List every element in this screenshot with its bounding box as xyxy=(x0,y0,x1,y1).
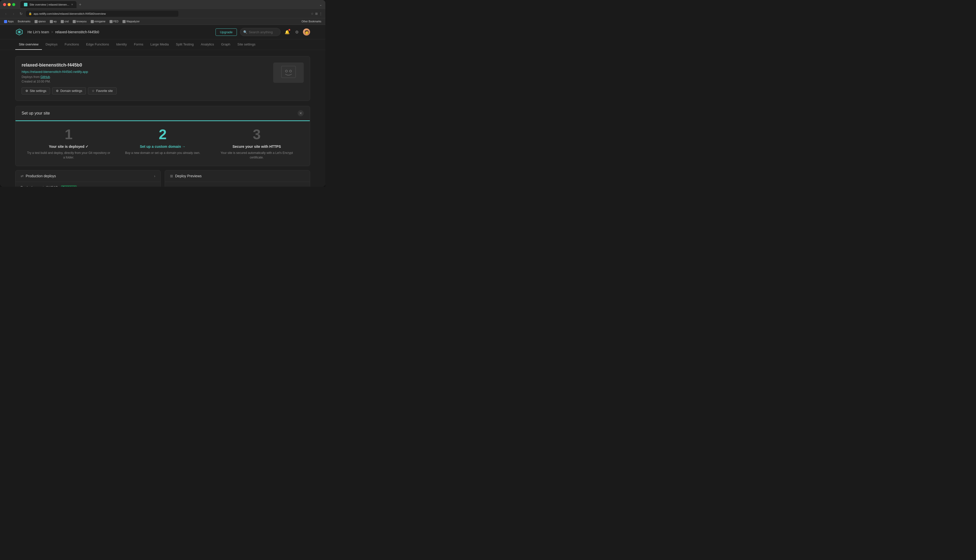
new-tab-button[interactable]: + xyxy=(77,2,83,7)
deploy-previews-icon: ⊞ xyxy=(170,174,173,178)
bookmark-fed-label: FED xyxy=(114,20,119,23)
tab-forms[interactable]: Forms xyxy=(130,39,147,50)
gear-icon: ⚙ xyxy=(295,30,299,35)
favorite-site-button[interactable]: ☆ Favorite site xyxy=(88,87,116,95)
browser-window: Site overview | relaxed-bienen... × + ⌄ … xyxy=(0,0,325,187)
search-bar[interactable]: 🔍 Search anything xyxy=(240,28,281,36)
back-button[interactable]: ‹ xyxy=(3,11,8,17)
tab-close-icon[interactable]: × xyxy=(71,3,73,7)
upgrade-button[interactable]: Upgrade xyxy=(216,28,237,36)
step-2-number: 2 xyxy=(121,127,205,142)
setup-step-2: 2 Set up a custom domain → Buy a new dom… xyxy=(115,127,210,160)
close-button[interactable] xyxy=(3,3,6,6)
active-tab[interactable]: Site overview | relaxed-bienen... × xyxy=(20,1,77,8)
bookmark-fed-icon xyxy=(110,20,113,23)
bookmark-qianxx[interactable]: qianxx xyxy=(33,20,47,23)
site-settings-label: Site settings xyxy=(30,89,46,93)
tab-site-settings[interactable]: Site settings xyxy=(234,39,259,50)
bookmark-wy[interactable]: wy xyxy=(48,20,58,23)
bookmark-icon[interactable]: ☆ xyxy=(311,12,314,15)
title-bar-right: ⌄ xyxy=(319,3,322,7)
step-1-description: Try a test build and deploy, directly fr… xyxy=(27,151,110,160)
github-label: GitHub xyxy=(40,75,50,79)
site-name-breadcrumb[interactable]: relaxed-bienenstitch-f445b0 xyxy=(55,30,99,34)
tab-large-media[interactable]: Large Media xyxy=(147,39,172,50)
bookmark-other-label: Other Bookmarks xyxy=(301,20,321,23)
setup-title: Set up your site xyxy=(22,111,50,115)
settings-button[interactable]: ⚙ xyxy=(293,28,301,35)
site-settings-button[interactable]: ⚙ Site settings xyxy=(22,87,50,95)
tab-identity[interactable]: Identity xyxy=(113,39,130,50)
step-3-title: Secure your site with HTTPS xyxy=(215,145,299,148)
url-bar[interactable]: 🔒 app.netlify.com/sites/relaxed-bienenst… xyxy=(26,11,179,17)
domain-settings-icon: ⚙ xyxy=(56,89,59,93)
deploy-previews-label: Deploy Previews xyxy=(175,174,202,178)
extensions-icon[interactable]: ⊞ xyxy=(315,12,318,15)
security-icon: 🔒 xyxy=(28,12,32,15)
title-bar: Site overview | relaxed-bienen... × + ⌄ xyxy=(0,0,325,9)
setup-step-1: 1 Your site is deployed ✓ Try a test bui… xyxy=(22,127,115,160)
nav-tabs: Site overview Deploys Functions Edge Fun… xyxy=(0,39,325,50)
forward-button[interactable]: › xyxy=(11,11,16,17)
bookmark-wappalyzer[interactable]: Wappalyzer xyxy=(121,20,141,23)
setup-header: Set up your site × xyxy=(15,106,310,121)
bookmark-fed[interactable]: FED xyxy=(108,20,120,23)
deploy-item-title: Production: main@HEAD Published xyxy=(20,185,77,187)
bookmark-knowyou[interactable]: knowyou xyxy=(71,20,88,23)
production-deploys-arrow[interactable]: › xyxy=(154,174,155,178)
menu-icon[interactable]: ⋮ xyxy=(319,12,322,15)
domain-settings-button[interactable]: ⚙ Domain settings xyxy=(52,87,86,95)
bookmark-qianxx-label: qianxx xyxy=(38,20,46,23)
bookmark-wy-icon xyxy=(50,20,53,23)
maximize-button[interactable] xyxy=(12,3,15,6)
deploys-grid: ⇄ Production deploys › Production: main@… xyxy=(15,170,310,187)
bookmark-minigame-label: minigame xyxy=(95,20,105,23)
step-2-title[interactable]: Set up a custom domain → xyxy=(121,145,205,148)
step-1-number: 1 xyxy=(27,127,110,142)
github-link[interactable]: GitHub xyxy=(40,75,50,79)
custom-domain-link[interactable]: Set up a custom domain → xyxy=(140,145,186,148)
setup-section: Set up your site × 1 Your site is deploy… xyxy=(15,106,310,166)
page-content: He Lin's team > relaxed-bienenstitch-f44… xyxy=(0,25,325,187)
favorite-label: Favorite site xyxy=(96,89,113,93)
team-name[interactable]: He Lin's team xyxy=(27,30,49,34)
favorite-icon: ☆ xyxy=(92,89,95,93)
tab-analytics[interactable]: Analytics xyxy=(197,39,217,50)
tabs-bar: Site overview | relaxed-bienen... × + xyxy=(20,1,317,8)
production-deploys-label: Production deploys xyxy=(26,174,56,178)
site-created-at: Created at 10:00 PM. xyxy=(22,80,268,83)
tab-favicon xyxy=(24,3,27,7)
tab-deploys[interactable]: Deploys xyxy=(42,39,61,50)
tab-site-overview[interactable]: Site overview xyxy=(15,39,42,50)
avatar[interactable]: 🧑 xyxy=(303,28,310,35)
tab-edge-functions[interactable]: Edge Functions xyxy=(83,39,113,50)
netlify-logo xyxy=(15,28,23,36)
production-deploys-icon: ⇄ xyxy=(20,174,23,178)
bookmark-other[interactable]: Other Bookmarks xyxy=(300,20,323,23)
setup-close-button[interactable]: × xyxy=(297,110,304,116)
bookmark-cnd[interactable]: cnd xyxy=(59,20,70,23)
site-deploys-from: Deploys from GitHub. xyxy=(22,75,268,79)
tab-graph[interactable]: Graph xyxy=(217,39,234,50)
bookmark-bookmarks[interactable]: Bookmarks xyxy=(16,20,32,23)
site-action-buttons: ⚙ Site settings ⚙ Domain settings ☆ Favo… xyxy=(22,87,268,95)
notification-dot xyxy=(289,29,290,31)
deploy-item-row: Production: main@HEAD Published 10:00 PM… xyxy=(20,185,155,187)
minimize-button[interactable] xyxy=(8,3,11,6)
breadcrumb: He Lin's team > relaxed-bienenstitch-f44… xyxy=(27,30,99,34)
tab-split-testing[interactable]: Split Testing xyxy=(172,39,197,50)
production-deploy-item[interactable]: Production: main@HEAD Published 10:00 PM… xyxy=(15,182,160,187)
avatar-icon: 🧑 xyxy=(304,30,309,34)
deploy-previews-title: ⊞ Deploy Previews xyxy=(170,174,202,178)
tab-functions[interactable]: Functions xyxy=(61,39,82,50)
site-url[interactable]: https://relaxed-bienenstitch-f445b0.netl… xyxy=(22,70,268,73)
browser-toolbar-icons: ☆ ⊞ ⋮ xyxy=(311,12,322,15)
bookmark-apps-icon xyxy=(4,20,7,23)
deploys-from-label: Deploys from xyxy=(22,75,40,79)
bookmark-knowyou-label: knowyou xyxy=(77,20,87,23)
refresh-button[interactable]: ↻ xyxy=(18,11,24,17)
notifications-button[interactable]: 🔔 xyxy=(284,28,291,35)
bookmark-minigame[interactable]: minigame xyxy=(89,20,107,23)
header-right: Upgrade 🔍 Search anything 🔔 ⚙ 🧑 xyxy=(216,28,310,36)
bookmark-apps[interactable]: Apps xyxy=(3,20,15,23)
